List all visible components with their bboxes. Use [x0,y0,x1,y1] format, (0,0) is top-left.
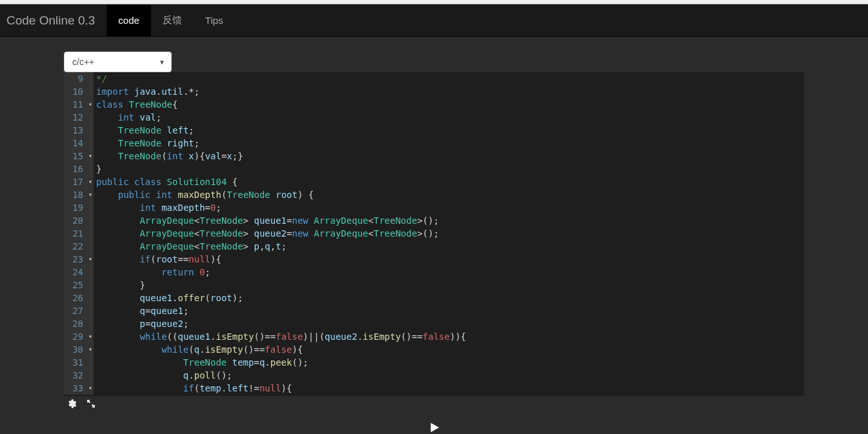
line-number: 23 [64,253,83,266]
main-area: c/c++ 9101112131415161718192021222324252… [0,37,868,434]
brand-title: Code Online 0.3 [0,14,106,28]
fold-marker[interactable]: ▾ [87,188,94,201]
fold-marker[interactable]: ▾ [87,343,94,356]
language-select-wrap[interactable]: c/c++ [64,52,172,72]
code-line[interactable]: q.poll(); [96,369,804,382]
line-number: 26 [64,291,83,304]
fold-marker [87,240,94,253]
code-line[interactable]: TreeNode temp=q.peek(); [96,356,804,369]
fold-marker [87,72,94,85]
navbar: Code Online 0.3 code 反馈 Tips [0,5,868,37]
fold-marker [87,317,94,330]
line-number: 27 [64,304,83,317]
play-icon[interactable] [427,420,441,434]
fold-marker[interactable]: ▾ [87,253,94,266]
line-number: 30 [64,343,83,356]
code-line[interactable]: if(temp.left!=null){ [96,382,804,395]
line-number: 11 [64,98,83,111]
fold-marker[interactable]: ▾ [87,150,94,163]
fold-marker [87,201,94,214]
fold-marker [87,304,94,317]
fold-marker [87,137,94,150]
fold-marker [87,266,94,279]
line-number: 33 [64,382,83,395]
code-line[interactable]: queue1.offer(root); [96,291,804,304]
fold-marker [87,279,94,291]
code-line[interactable]: */ [96,72,804,85]
language-select[interactable]: c/c++ [64,52,172,72]
line-number: 18 [64,188,83,201]
gear-icon[interactable] [66,399,77,409]
code-line[interactable]: q=queue1; [96,304,804,317]
fold-marker [87,356,94,369]
code-line[interactable]: return 0; [96,266,804,279]
line-number: 21 [64,227,83,240]
line-number: 17 [64,175,83,188]
fold-marker [87,124,94,137]
code-line[interactable]: TreeNode right; [96,137,804,150]
fold-marker[interactable]: ▾ [87,330,94,343]
tab-feedback[interactable]: 反馈 [151,5,194,37]
line-number: 15 [64,150,83,163]
code-line[interactable]: if(root==null){ [96,253,804,266]
line-number: 13 [64,124,83,137]
line-number: 20 [64,214,83,227]
code-line[interactable]: } [96,279,804,291]
code-line[interactable]: } [96,163,804,175]
fold-marker [87,111,94,124]
line-number: 28 [64,317,83,330]
fold-column[interactable]: ▾▾▾▾▾▾▾▾ [87,72,94,395]
code-line[interactable]: ArrayDeque<TreeNode> p,q,t; [96,240,804,253]
line-number: 12 [64,111,83,124]
code-editor[interactable]: 9101112131415161718192021222324252627282… [64,72,804,396]
code-line[interactable]: class TreeNode{ [96,98,804,111]
tab-tips[interactable]: Tips [194,5,235,37]
line-number: 32 [64,369,83,382]
code-line[interactable]: int val; [96,111,804,124]
line-number: 10 [64,85,83,98]
code-line[interactable]: import java.util.*; [96,85,804,98]
fold-marker [87,214,94,227]
run-bar [64,409,804,434]
line-number: 31 [64,356,83,369]
code-line[interactable]: while((queue1.isEmpty()==false)||(queue2… [96,330,804,343]
code-line[interactable]: TreeNode left; [96,124,804,137]
line-number: 16 [64,163,83,175]
code-line[interactable]: ArrayDeque<TreeNode> queue2=new ArrayDeq… [96,227,804,240]
fold-marker[interactable]: ▾ [87,98,94,111]
code-line[interactable]: int maxDepth=0; [96,201,804,214]
fold-marker [87,227,94,240]
line-number: 25 [64,279,83,291]
fullscreen-icon[interactable] [86,399,96,409]
fold-marker[interactable]: ▾ [87,175,94,188]
line-number-gutter: 9101112131415161718192021222324252627282… [64,72,87,395]
fold-marker[interactable]: ▾ [87,382,94,395]
code-line[interactable]: TreeNode(int x){val=x;} [96,150,804,163]
line-number: 9 [64,72,83,85]
code-line[interactable]: while(q.isEmpty()==false){ [96,343,804,356]
line-number: 24 [64,266,83,279]
tab-code[interactable]: code [106,5,151,37]
fold-marker [87,163,94,175]
line-number: 19 [64,201,83,214]
code-line[interactable]: public class Solution104 { [96,175,804,188]
code-line[interactable]: public int maxDepth(TreeNode root) { [96,188,804,201]
code-line[interactable]: p=queue2; [96,317,804,330]
fold-marker [87,85,94,98]
code-text-area[interactable]: */import java.util.*;class TreeNode{ int… [94,72,804,395]
line-number: 14 [64,137,83,150]
line-number: 22 [64,240,83,253]
code-line[interactable]: ArrayDeque<TreeNode> queue1=new ArrayDeq… [96,214,804,227]
editor-toolbar [64,396,804,409]
fold-marker [87,369,94,382]
line-number: 29 [64,330,83,343]
fold-marker [87,291,94,304]
